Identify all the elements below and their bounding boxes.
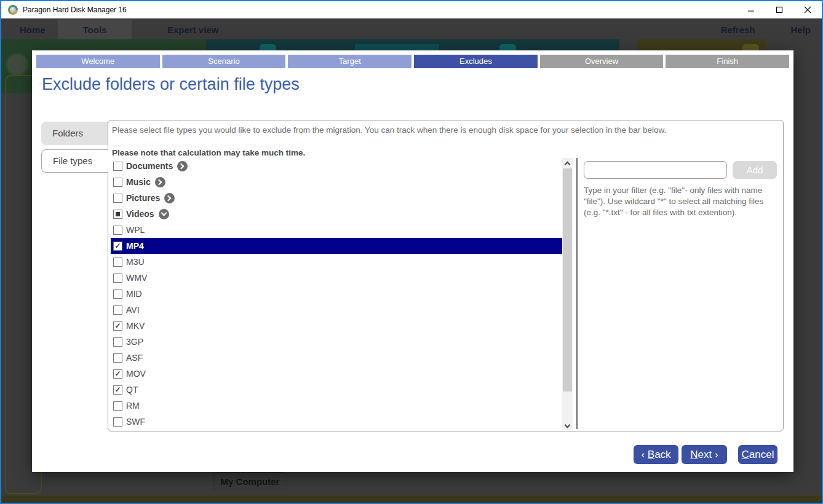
my-computer-tab: My Computer <box>213 472 287 491</box>
file-type-row[interactable]: Pictures <box>111 190 562 206</box>
file-type-row[interactable]: RM <box>111 398 562 414</box>
checkbox-3gp[interactable] <box>113 337 122 347</box>
file-type-label: QT <box>126 385 138 395</box>
file-type-label: Documents <box>126 161 173 171</box>
scrollbar-down-icon[interactable] <box>562 420 573 430</box>
file-type-label: WMV <box>126 273 147 283</box>
checkbox-avi[interactable] <box>113 305 122 315</box>
wizard-step-finish: Finish <box>666 55 789 68</box>
app-window: Paragon Hard Disk Manager 16 HomeToolsEx… <box>0 0 823 504</box>
checkbox-mp4[interactable]: ✓ <box>113 242 122 251</box>
back-button[interactable]: ‹ Back <box>634 445 678 464</box>
menu-refresh: Refresh <box>721 25 755 35</box>
expand-chevron-icon[interactable] <box>155 177 165 187</box>
file-type-row[interactable]: ✓ MKV <box>111 318 562 334</box>
checkbox-qt[interactable]: ✓ <box>113 385 122 395</box>
wizard-step-scenario: Scenario <box>162 55 286 68</box>
file-type-row[interactable]: Documents <box>111 158 562 174</box>
file-type-row[interactable]: AVI <box>111 302 562 318</box>
next-button[interactable]: Next › <box>682 445 727 464</box>
file-type-label: MP4 <box>126 241 144 251</box>
checkbox-videos[interactable] <box>113 210 122 219</box>
checkbox-music[interactable] <box>113 178 122 187</box>
file-type-label: AVI <box>126 305 140 315</box>
checkbox-asf[interactable] <box>113 353 122 363</box>
checkbox-wmv[interactable] <box>113 274 122 283</box>
vertical-divider <box>576 158 578 429</box>
bg-bottom-strip <box>1 495 822 504</box>
bg-menu-right: RefreshHelp <box>721 20 811 39</box>
file-type-row[interactable]: Music <box>111 174 562 190</box>
app-logo-icon <box>8 5 18 15</box>
window-controls <box>737 1 822 18</box>
file-type-row[interactable]: MID <box>111 286 562 302</box>
checkbox-mov[interactable]: ✓ <box>113 369 122 379</box>
file-type-label: ASF <box>126 353 143 363</box>
file-type-row[interactable]: 3GP <box>111 334 562 350</box>
ribbon-bump <box>499 44 516 50</box>
content-panel: Please select file types you would like … <box>108 120 784 431</box>
checkbox-mid[interactable] <box>113 289 122 299</box>
checkbox-m3u[interactable] <box>113 258 122 267</box>
wizard-step-overview: Overview <box>540 55 664 68</box>
bg-menu-left: HomeToolsExpert view <box>20 20 218 39</box>
file-type-label: Music <box>126 177 151 187</box>
checkbox-swf[interactable] <box>113 417 122 427</box>
scrollbar[interactable] <box>562 158 573 430</box>
file-type-label: MID <box>126 289 142 299</box>
close-icon <box>804 6 811 14</box>
file-type-label: Videos <box>126 209 154 219</box>
file-type-row[interactable]: WMV <box>111 270 562 286</box>
minimize-button[interactable] <box>737 1 765 18</box>
file-type-row[interactable]: SWF <box>111 414 562 430</box>
maximize-icon <box>776 6 783 14</box>
filter-input[interactable] <box>584 161 727 179</box>
file-type-label: MOV <box>126 369 146 379</box>
maximize-button[interactable] <box>765 1 793 18</box>
file-type-label: M3U <box>126 257 145 267</box>
expand-chevron-icon[interactable] <box>177 161 188 171</box>
file-type-row[interactable]: ✓ MOV <box>111 366 562 382</box>
ribbon-bump <box>742 44 759 50</box>
filter-panel: Add Type in your filter (e.g. "file"- on… <box>584 158 782 218</box>
close-button[interactable] <box>793 1 822 18</box>
file-type-row[interactable]: ASF <box>111 350 562 366</box>
checkbox-pictures[interactable] <box>113 194 122 203</box>
wizard-dialog: WelcomeScenarioTargetExcludesOverviewFin… <box>32 50 793 472</box>
wizard-step-target: Target <box>288 55 412 68</box>
ribbon-bump <box>260 44 276 50</box>
file-type-row[interactable]: WPL <box>111 222 562 238</box>
menu-help: Help <box>790 25 811 35</box>
file-type-label: MKV <box>126 321 145 331</box>
menu-expert-view: Expert view <box>167 25 218 35</box>
checkbox-mkv[interactable]: ✓ <box>113 321 122 331</box>
file-type-label: SWF <box>126 417 145 427</box>
cancel-button[interactable]: Cancel <box>738 445 777 464</box>
window-title: Paragon Hard Disk Manager 16 <box>23 6 127 14</box>
file-type-row[interactable]: Videos <box>111 206 562 222</box>
title-bar: Paragon Hard Disk Manager 16 <box>1 1 822 18</box>
file-type-row[interactable]: M3U <box>111 254 562 270</box>
bg-paragon-logo <box>6 53 29 76</box>
menu-tools: Tools <box>58 25 132 35</box>
scrollbar-thumb[interactable] <box>563 168 572 392</box>
file-type-row[interactable]: ✓ MP4 <box>111 238 562 254</box>
tab-folders[interactable]: Folders <box>41 122 108 145</box>
wizard-step-excludes: Excludes <box>414 55 538 68</box>
checkbox-wpl[interactable] <box>113 226 122 235</box>
file-type-label: Pictures <box>126 193 160 203</box>
checkbox-documents[interactable] <box>113 162 122 171</box>
file-type-label: RM <box>126 401 140 411</box>
instructions-text: Please select file types you would like … <box>112 125 777 135</box>
file-type-row[interactable]: ✓ QT <box>111 382 562 398</box>
calculation-note: Please note that calculation may take mu… <box>112 148 305 157</box>
checkbox-rm[interactable] <box>113 401 122 411</box>
file-type-list: Documents Music Pictures Videos WPL ✓ MP… <box>111 158 562 430</box>
filter-help-text: Type in your filter (e.g. "file"- only f… <box>584 185 782 218</box>
expand-chevron-icon[interactable] <box>164 193 175 203</box>
expand-chevron-icon[interactable] <box>159 209 169 219</box>
tab-file-types[interactable]: File types <box>41 149 108 173</box>
add-button[interactable]: Add <box>733 161 777 179</box>
minimize-icon <box>747 6 755 14</box>
scrollbar-up-icon[interactable] <box>562 158 573 168</box>
